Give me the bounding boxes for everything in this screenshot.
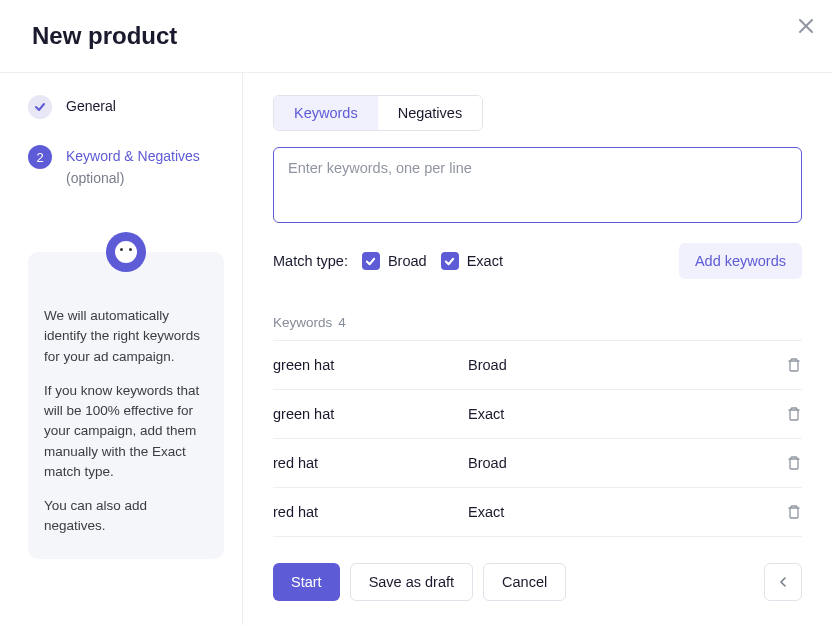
trash-icon[interactable] (772, 504, 802, 520)
step-general[interactable]: General (28, 95, 224, 119)
info-paragraph: We will automatically identify the right… (44, 306, 208, 367)
avatar (106, 232, 146, 272)
checkbox-label: Exact (467, 253, 503, 269)
chevron-left-icon (778, 576, 788, 588)
keyword-name: green hat (273, 406, 468, 422)
tab-negatives[interactable]: Negatives (378, 96, 482, 130)
checkmark-icon (362, 252, 380, 270)
info-card: We will automatically identify the right… (28, 252, 224, 559)
table-row: green hat Broad (273, 341, 802, 390)
trash-icon[interactable] (772, 406, 802, 422)
close-icon[interactable] (794, 14, 818, 38)
checkmark-icon (441, 252, 459, 270)
add-keywords-button[interactable]: Add keywords (679, 243, 802, 279)
step-keywords-negatives[interactable]: 2 Keyword & Negatives (optional) (28, 145, 224, 188)
step-label: Keyword & Negatives (optional) (66, 145, 200, 188)
keyword-match: Broad (468, 357, 772, 373)
keyword-name: red hat (273, 504, 468, 520)
tab-keywords[interactable]: Keywords (274, 96, 378, 130)
back-button[interactable] (764, 563, 802, 601)
table-row: red hat Broad (273, 439, 802, 488)
tabs: Keywords Negatives (273, 95, 483, 131)
step-label: General (66, 95, 116, 117)
keyword-match: Broad (468, 455, 772, 471)
checkbox-exact[interactable]: Exact (441, 252, 503, 270)
checkbox-broad[interactable]: Broad (362, 252, 427, 270)
table-row: green hat Exact (273, 390, 802, 439)
keyword-match: Exact (468, 406, 772, 422)
check-icon (28, 95, 52, 119)
step-number-icon: 2 (28, 145, 52, 169)
page-title: New product (32, 22, 177, 50)
keyword-match: Exact (468, 504, 772, 520)
info-paragraph: If you know keywords that will be 100% e… (44, 381, 208, 482)
start-button[interactable]: Start (273, 563, 340, 601)
info-paragraph: You can also add negatives. (44, 496, 208, 537)
keywords-list-header: Keywords 4 (273, 315, 802, 341)
table-row: red hat Exact (273, 488, 802, 537)
save-draft-button[interactable]: Save as draft (350, 563, 473, 601)
checkbox-label: Broad (388, 253, 427, 269)
cancel-button[interactable]: Cancel (483, 563, 566, 601)
trash-icon[interactable] (772, 357, 802, 373)
match-type-label: Match type: (273, 253, 348, 269)
keyword-name: red hat (273, 455, 468, 471)
keywords-input[interactable] (273, 147, 802, 223)
keyword-name: green hat (273, 357, 468, 373)
trash-icon[interactable] (772, 455, 802, 471)
